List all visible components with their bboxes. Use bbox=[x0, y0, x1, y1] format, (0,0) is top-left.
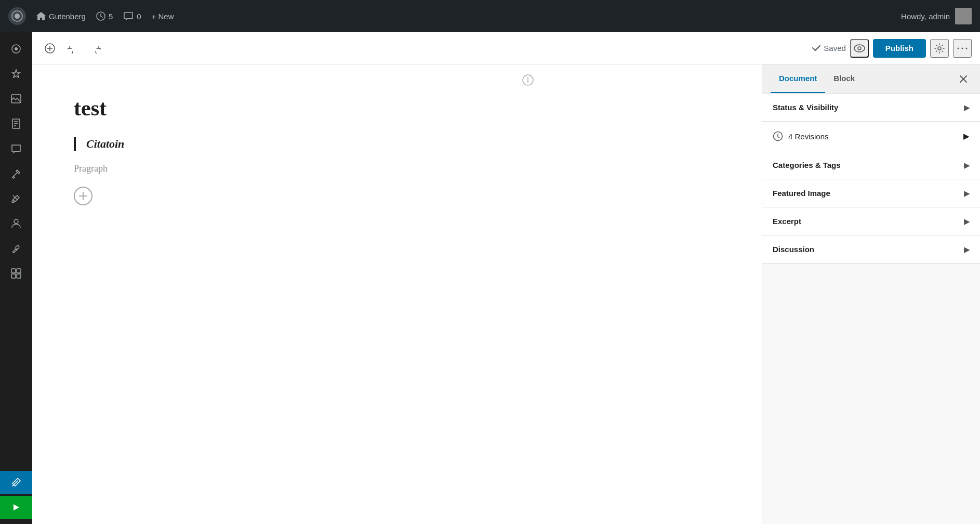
close-sidebar-button[interactable] bbox=[955, 71, 972, 87]
preview-icon[interactable] bbox=[0, 496, 32, 519]
comments-sidebar-icon[interactable] bbox=[5, 137, 28, 160]
publish-button[interactable]: Publish bbox=[873, 39, 926, 58]
svg-point-11 bbox=[14, 219, 18, 224]
svg-point-1 bbox=[15, 14, 20, 19]
svg-point-22 bbox=[938, 47, 941, 50]
status-visibility-chevron: ▶ bbox=[964, 103, 970, 112]
pages-icon[interactable] bbox=[5, 112, 28, 135]
comments-icon bbox=[123, 11, 134, 21]
blockquote-text: Citatoin bbox=[86, 137, 124, 150]
right-sidebar: Document Block Status & Visibility ▶ 4 R… bbox=[762, 64, 980, 524]
status-visibility-header[interactable]: Status & Visibility ▶ bbox=[762, 94, 980, 121]
document-tab-label: Document bbox=[779, 74, 817, 83]
status-visibility-panel: Status & Visibility ▶ bbox=[762, 94, 980, 122]
svg-marker-16 bbox=[14, 504, 19, 510]
excerpt-chevron: ▶ bbox=[964, 217, 970, 226]
tab-block[interactable]: Block bbox=[825, 64, 863, 93]
status-visibility-label: Status & Visibility bbox=[773, 103, 838, 112]
categories-tags-chevron: ▶ bbox=[964, 161, 970, 169]
revisions-icon bbox=[96, 11, 105, 21]
categories-tags-panel: Categories & Tags ▶ bbox=[762, 151, 980, 179]
preview-button[interactable] bbox=[850, 39, 869, 58]
svg-rect-13 bbox=[17, 269, 21, 273]
discussion-chevron: ▶ bbox=[964, 245, 970, 254]
revisions-chevron: ▶ bbox=[963, 132, 970, 141]
svg-point-20 bbox=[854, 45, 865, 52]
featured-image-header[interactable]: Featured Image ▶ bbox=[762, 179, 980, 207]
excerpt-panel: Excerpt ▶ bbox=[762, 207, 980, 235]
wrench-icon[interactable] bbox=[5, 237, 28, 260]
svg-rect-15 bbox=[17, 274, 21, 278]
site-name-link[interactable]: Gutenberg bbox=[36, 12, 86, 21]
saved-status: Saved bbox=[812, 44, 846, 53]
discussion-panel: Discussion ▶ bbox=[762, 235, 980, 264]
insert-block-button[interactable] bbox=[41, 39, 59, 58]
undo-button[interactable] bbox=[63, 39, 82, 58]
left-sidebar bbox=[0, 32, 32, 524]
editor-icon[interactable] bbox=[0, 471, 32, 494]
discussion-header[interactable]: Discussion ▶ bbox=[762, 235, 980, 263]
tools-icon[interactable] bbox=[5, 162, 28, 185]
editor-toolbar: Saved Publish bbox=[32, 32, 980, 64]
info-button[interactable] bbox=[518, 70, 538, 90]
svg-point-10 bbox=[12, 201, 14, 203]
settings-button[interactable] bbox=[930, 39, 949, 58]
new-label: + New bbox=[152, 12, 174, 21]
svg-point-28 bbox=[527, 77, 528, 78]
dashboard-icon[interactable] bbox=[5, 262, 28, 285]
add-block-button[interactable] bbox=[74, 187, 92, 205]
paragraph-block[interactable]: Pragraph bbox=[74, 163, 720, 174]
wp-logo[interactable] bbox=[8, 7, 26, 25]
featured-image-panel: Featured Image ▶ bbox=[762, 179, 980, 207]
avatar bbox=[955, 8, 972, 24]
check-icon bbox=[812, 45, 820, 51]
comments-count: 0 bbox=[137, 12, 141, 21]
site-name: Gutenberg bbox=[49, 12, 86, 21]
excerpt-label: Excerpt bbox=[773, 217, 801, 226]
categories-tags-label: Categories & Tags bbox=[773, 161, 841, 169]
svg-rect-12 bbox=[11, 269, 16, 273]
media-icon[interactable] bbox=[5, 87, 28, 110]
sidebar-bottom-area bbox=[762, 264, 980, 524]
svg-point-25 bbox=[966, 47, 968, 49]
svg-point-4 bbox=[15, 47, 18, 50]
categories-tags-header[interactable]: Categories & Tags ▶ bbox=[762, 151, 980, 179]
comments-link[interactable]: 0 bbox=[123, 11, 141, 21]
editor-main: test Citatoin Pragraph bbox=[32, 64, 762, 524]
tab-document[interactable]: Document bbox=[771, 64, 825, 93]
post-title[interactable]: test bbox=[74, 96, 720, 121]
svg-point-23 bbox=[958, 47, 959, 49]
howdy-label: Howdy, admin bbox=[901, 12, 950, 21]
revisions-link[interactable]: 5 bbox=[96, 11, 113, 21]
svg-point-24 bbox=[962, 47, 963, 49]
featured-image-label: Featured Image bbox=[773, 189, 830, 198]
discussion-label: Discussion bbox=[773, 245, 814, 254]
paint-icon[interactable] bbox=[5, 187, 28, 210]
more-options-button[interactable] bbox=[953, 39, 972, 58]
excerpt-header[interactable]: Excerpt ▶ bbox=[762, 207, 980, 235]
sidebar-tabs: Document Block bbox=[762, 64, 980, 94]
revisions-count: 5 bbox=[109, 12, 113, 21]
redo-button[interactable] bbox=[86, 39, 105, 58]
block-tab-label: Block bbox=[833, 74, 855, 83]
pin-icon[interactable] bbox=[5, 62, 28, 85]
new-content-link[interactable]: + New bbox=[152, 12, 174, 21]
user-icon[interactable] bbox=[5, 212, 28, 235]
revisions-count-label: 4 Revisions bbox=[788, 132, 829, 141]
featured-image-chevron: ▶ bbox=[964, 189, 970, 198]
revisions-panel[interactable]: 4 Revisions ▶ bbox=[762, 122, 980, 151]
svg-point-21 bbox=[858, 47, 861, 50]
saved-label: Saved bbox=[824, 44, 846, 53]
admin-bar: Gutenberg 5 0 + New Howdy, admin bbox=[0, 0, 980, 32]
customizer-icon[interactable] bbox=[5, 37, 28, 60]
howdy-text: Howdy, admin bbox=[901, 8, 972, 24]
revisions-history-icon bbox=[773, 131, 783, 141]
home-icon bbox=[36, 12, 46, 20]
blockquote-block[interactable]: Citatoin bbox=[74, 137, 720, 151]
svg-rect-14 bbox=[11, 274, 16, 278]
